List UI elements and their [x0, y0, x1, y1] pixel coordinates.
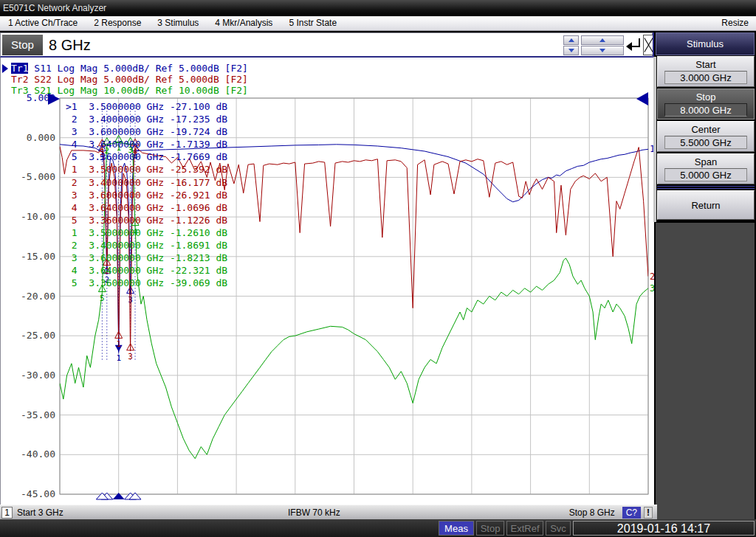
trace-params: S22 Log Mag 5.000dB/ Ref 5.000dB [F2]	[28, 74, 247, 85]
y-axis-label: -20.00	[21, 291, 55, 302]
marker-number: 3	[128, 295, 133, 305]
y-axis-label: -5.000	[21, 171, 55, 182]
trace-id-Tr1[interactable]: Tr1	[11, 63, 28, 74]
trace-definition-Tr3[interactable]: Tr3 S21 Log Mag 10.00dB/ Ref 10.00dB [F2…	[11, 85, 248, 96]
trace-definitions: Tr1 S11 Log Mag 5.000dB/ Ref 5.000dB [F2…	[11, 63, 248, 96]
active-trace-arrow-icon	[2, 64, 8, 73]
marker-row-S11-1: >1 3.5000000 GHz -27.100 dB	[66, 100, 227, 113]
marker-table: >1 3.5000000 GHz -27.100 dB 2 3.4000000 …	[66, 100, 227, 289]
spin-down-small-button[interactable]	[563, 46, 579, 55]
marker-row-S11-4: 4 3.6400000 GHz -1.7139 dB	[66, 138, 227, 150]
menu-item-2[interactable]: 2 Response	[86, 16, 149, 30]
channel-ifbw-text: IFBW 70 kHz	[288, 507, 340, 518]
marker-row-S21-2: 2 3.4000000 GHz -1.8691 dB	[66, 239, 227, 252]
trace-params: S11 Log Mag 5.000dB/ Ref 5.000dB [F2]	[28, 63, 247, 74]
menu-resize[interactable]: Resize	[714, 16, 756, 30]
softkey-center-button[interactable]: Center5.5000 GHz	[657, 121, 755, 152]
y-axis-label: -15.00	[21, 251, 55, 262]
channel-stop-text: Stop 8 GHz	[569, 507, 615, 518]
y-axis-label: -25.00	[21, 330, 55, 341]
softkey-label: Span	[658, 156, 754, 167]
status-extref: ExtRef	[506, 521, 543, 536]
marker-row-S22-2: 2 3.4000000 GHz -16.177 dB	[66, 176, 227, 189]
marker-row-S21-5: 5 3.3600000 GHz -39.069 dB	[66, 277, 227, 289]
marker-number: 1	[116, 339, 121, 349]
spin-up-large-button[interactable]	[581, 35, 624, 45]
ref-level-marker-right-icon	[636, 92, 648, 105]
trace-id-Tr3[interactable]: Tr3	[11, 85, 28, 96]
menu-item-1[interactable]: 1 Active Ch/Trace	[0, 16, 86, 30]
spin-down-large-button[interactable]	[581, 46, 624, 55]
trace-definition-Tr2[interactable]: Tr2 S22 Log Mag 5.000dB/ Ref 5.000dB [F2…	[11, 74, 248, 85]
menu-bar: 1 Active Ch/Trace2 Response3 Stimulus4 M…	[0, 16, 756, 31]
softkey-start-button[interactable]: Start3.0000 GHz	[657, 56, 755, 87]
y-axis-label: -30.00	[21, 370, 55, 381]
marker-row-S11-5: 5 3.3600000 GHz -1.7669 dB	[66, 150, 227, 163]
softkey-stop-button[interactable]: Stop8.0000 GHz	[657, 89, 755, 119]
y-axis-label: -10.00	[21, 211, 55, 222]
return-button[interactable]: Return	[657, 190, 755, 220]
channel-number-badge: 1	[1, 507, 13, 519]
enter-key-icon[interactable]	[625, 37, 642, 53]
marker-row-S22-3: 3 3.6000000 GHz -26.921 dB	[66, 189, 227, 201]
softkey-value: 8.0000 GHz	[664, 103, 747, 117]
status-svc: Svc	[546, 521, 571, 536]
y-axis-label: -35.00	[21, 409, 55, 420]
app-window: E5071C Network Analyzer 1 Active Ch/Trac…	[0, 0, 756, 537]
entry-field-label: Stop	[2, 35, 43, 55]
menu-item-4[interactable]: 4 Mkr/Analysis	[207, 16, 281, 30]
down-arrow-icon	[599, 49, 605, 52]
instrument-status-bar: Meas Stop ExtRef Svc 2019-01-16 14:17	[0, 519, 756, 537]
stimulus-marker-active-icon[interactable]	[113, 493, 125, 499]
softkey-value: 3.0000 GHz	[664, 71, 747, 84]
title-bar[interactable]: E5071C Network Analyzer	[0, 0, 756, 16]
trace-id-Tr2[interactable]: Tr2	[11, 74, 28, 85]
trace-params: S21 Log Mag 10.00dB/ Ref 10.00dB [F2]	[28, 85, 247, 96]
trace-definition-Tr1[interactable]: Tr1 S11 Log Mag 5.000dB/ Ref 5.000dB [F2…	[11, 63, 248, 74]
marker-row-S22-5: 5 3.3600000 GHz -1.1226 dB	[66, 214, 227, 226]
status-meas: Meas	[439, 521, 474, 536]
entry-value-field[interactable]: 8 GHz	[49, 34, 91, 56]
marker-number: 1	[116, 353, 121, 363]
softkey-label: Center	[658, 124, 754, 135]
calibration-badge: C?	[622, 507, 641, 519]
y-axis-label: -45.00	[21, 488, 55, 499]
marker-number: 5	[100, 294, 105, 303]
status-datetime: 2019-01-16 14:17	[573, 521, 755, 536]
marker-row-S21-4: 4 3.6400000 GHz -22.321 dB	[66, 264, 227, 277]
softkey-span-button[interactable]: Span5.0000 GHz	[657, 153, 755, 184]
sidebar-panel	[656, 223, 755, 519]
y-axis-label: 0.000	[27, 132, 55, 143]
marker-row-S11-2: 2 3.4000000 GHz -17.235 dB	[66, 113, 227, 125]
menu-items: 1 Active Ch/Trace2 Response3 Stimulus4 M…	[0, 16, 345, 30]
spin-up-small-button[interactable]	[563, 35, 579, 45]
softkey-value: 5.5000 GHz	[664, 136, 747, 149]
channel-start-text: Start 3 GHz	[17, 507, 63, 518]
softkey-divider	[657, 186, 755, 189]
channel-status-bar: 1 Start 3 GHz IFBW 70 kHz Stop 8 GHz C? …	[0, 505, 657, 519]
menu-item-3[interactable]: 3 Stimulus	[149, 16, 207, 30]
softkey-scroll-strip[interactable]	[653, 57, 656, 222]
alert-button[interactable]: !	[644, 507, 653, 519]
graph-area: 5.0000.000-5.000-10.00-15.00-20.00-25.00…	[0, 58, 654, 505]
softkey-label: Stop	[658, 91, 754, 103]
entry-bar	[0, 32, 653, 58]
menu-item-5[interactable]: 5 Instr State	[281, 16, 345, 30]
status-stop: Stop	[476, 521, 504, 536]
marker-row-S11-3: 3 3.6000000 GHz -19.724 dB	[66, 125, 227, 138]
y-axis-label: -40.00	[21, 448, 55, 460]
marker-row-S22-1: 1 3.5000000 GHz -25.392 dB	[66, 163, 227, 176]
softkey-label: Start	[658, 59, 754, 70]
softkey-value: 5.0000 GHz	[664, 168, 747, 181]
marker-row-S21-3: 3 3.6000000 GHz -1.8213 dB	[66, 252, 227, 264]
marker-row-S22-4: 4 3.6400000 GHz -1.0696 dB	[66, 201, 227, 214]
softkey-menu-title: Stimulus	[656, 32, 755, 55]
up-arrow-icon	[568, 38, 574, 42]
marker-number: 3	[128, 352, 133, 361]
down-arrow-icon	[568, 49, 574, 52]
return-button-label: Return	[658, 193, 754, 218]
window-title: E5071C Network Analyzer	[3, 3, 106, 13]
up-arrow-icon	[599, 38, 605, 42]
marker-row-S21-1: 1 3.5000000 GHz -1.2610 dB	[66, 226, 227, 239]
